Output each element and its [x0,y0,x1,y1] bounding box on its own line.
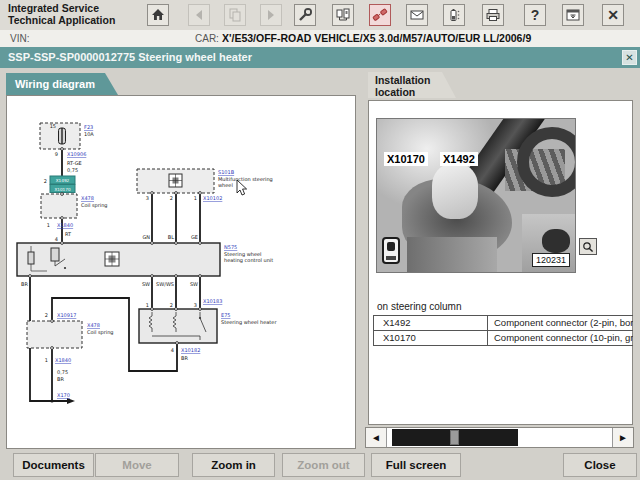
scrollbar-thumb[interactable] [450,430,459,445]
coil-lower-pin-out: 1 [45,357,48,363]
document-close-button[interactable]: ✕ [622,50,637,65]
coil-spring-lower-link[interactable]: X478 [87,322,100,328]
full-screen-button-label: Full screen [386,459,447,471]
heater-link[interactable]: E75 [221,312,231,318]
home-button[interactable] [147,4,169,26]
installation-location-panel: X10170 X1492 120231 on steering column X… [368,100,633,425]
heater-connector-out-link[interactable]: X10182 [181,347,200,353]
mf-steering-wheel-component[interactable] [137,169,214,193]
mf-connector-link[interactable]: X10102 [203,195,222,201]
coil-spring-upper-box[interactable] [41,194,77,218]
move-button[interactable]: Move [95,453,179,477]
footer-button-bar: Documents Move Zoom in Zoom out Full scr… [0,450,640,480]
zoom-out-button-label: Zoom out [297,459,349,471]
vehicle-orientation-icon [382,237,400,264]
heater-connector-top-link[interactable]: X10183 [203,298,222,304]
close-button[interactable]: Close [563,453,637,477]
document-title: SSP-SSP-SP0000012775 Steering wheel heat… [8,51,252,63]
coil-upper-connector-out[interactable]: X1840 [57,222,73,228]
photo-shape [542,229,570,253]
connector-table: X1492 Component connector (2-pin, bordea… [373,315,633,346]
documents-button[interactable]: Documents [13,453,94,477]
app-title: Integrated Service Technical Application [8,2,115,26]
zoom-out-button[interactable]: Zoom out [282,453,365,477]
heater-pin3: 3 [194,302,197,308]
coil-spring-upper-link[interactable]: X478 [81,195,94,201]
mf-pin1: 3 [146,195,149,201]
photo-shape [407,237,497,273]
wrench-icon [297,7,313,23]
document-title-bar: SSP-SSP-SP0000012775 Steering wheel heat… [0,47,640,68]
mf-wire3: GE [191,234,198,240]
zoom-in-button[interactable]: Zoom in [192,453,275,477]
coil-lower-connector-out[interactable]: X1840 [55,357,71,363]
workshop-tools-button[interactable] [294,4,316,26]
installation-location-header: Installation location [368,72,456,98]
battery-icon [446,7,462,23]
supply-connector-link[interactable]: X10906 [67,151,86,157]
table-row[interactable]: X10170 Component connector (10-pin, gree… [374,331,633,346]
heater-component[interactable] [139,309,217,343]
control-unit-component[interactable] [17,243,220,276]
forward-icon [264,8,278,22]
fuse-id-link[interactable]: F23 [84,124,93,130]
control-unit-label2: heating control unit [224,257,273,264]
installation-location-line2: location [375,86,456,98]
scroll-left-icon: ◄ [371,432,381,443]
wiring-diagram: 15 F23 10A 9 X10906 RT-GE 0,75 X1492 X10… [7,96,355,448]
mf-pin3: 1 [194,195,197,201]
print-button[interactable] [482,4,504,26]
printer-icon [485,7,501,23]
messages-button[interactable] [406,4,428,26]
heater-wire-out: BR [181,355,188,361]
ground-link[interactable]: X170 [57,392,70,398]
tab-wiring-diagram[interactable]: Wiring diagram [6,73,118,95]
table-row[interactable]: X1492 Component connector (2-pin, bordea… [374,316,633,331]
full-screen-button[interactable]: Full screen [371,453,461,477]
forward-button[interactable] [260,4,282,26]
document-close-icon: ✕ [625,52,633,63]
diagnostic-devices-button[interactable] [332,4,354,26]
connector-id: X10170 [374,331,488,345]
documents-button-label: Documents [22,459,85,471]
supply-pin: 9 [55,151,58,157]
fuse-terminal: 15 [50,123,56,129]
mf-steering-wheel-link[interactable]: S101B [218,169,235,175]
horizontal-scrollbar[interactable]: ◄ ► [365,427,634,448]
zoom-in-button-label: Zoom in [211,459,256,471]
output-wire1: SW [142,281,150,287]
coil-upper-wire: RT [65,231,72,237]
highlighted-connector[interactable]: X1492 X10170 [50,176,75,193]
control-unit-link[interactable]: N575 [224,244,237,250]
help-button[interactable]: ? [524,4,546,26]
wiring-diagram-panel: 15 F23 10A 9 X10906 RT-GE 0,75 X1492 X10… [6,95,356,449]
coil-spring-lower-box[interactable] [27,321,82,348]
mf-wire1: GN [142,234,150,240]
scroll-right-button[interactable]: ► [612,428,633,447]
document-forward-icon [227,7,243,23]
car-value: X'/E53/OFF-ROAD VEHICLE/X5 3.0d/M57/AUTO… [222,32,531,44]
connector-description: Component connector (10-pin, green), [488,331,633,345]
back-button[interactable] [188,4,210,26]
document-forward-button[interactable] [224,4,246,26]
minimize-window-button[interactable] [562,4,584,26]
connection-status-button[interactable] [369,4,391,26]
battery-voltage-button[interactable] [443,4,465,26]
control-unit-pin-in: 4 [55,236,58,242]
scroll-left-button[interactable]: ◄ [366,428,387,447]
fuse-rating: 10A [84,131,94,137]
table-caption: on steering column [377,301,462,312]
close-icon: ✕ [607,8,619,22]
coil-lower-pin-in: 2 [45,312,48,318]
close-application-button[interactable]: ✕ [602,4,624,26]
ground-arrow [67,398,75,404]
app-title-line2: Technical Application [8,14,115,26]
photo-zoom-button[interactable] [579,238,597,255]
photo-label-x10170: X10170 [384,152,428,166]
back-icon [192,8,206,22]
fuse-component[interactable]: 15 [40,123,80,150]
mf-label-line2: wheel [218,182,233,188]
coil-lower-connector-in[interactable]: X10917 [57,312,76,318]
supply-wire-size: 0,75 [67,167,78,173]
coil-spring-upper-label: Coil spring [81,202,107,209]
